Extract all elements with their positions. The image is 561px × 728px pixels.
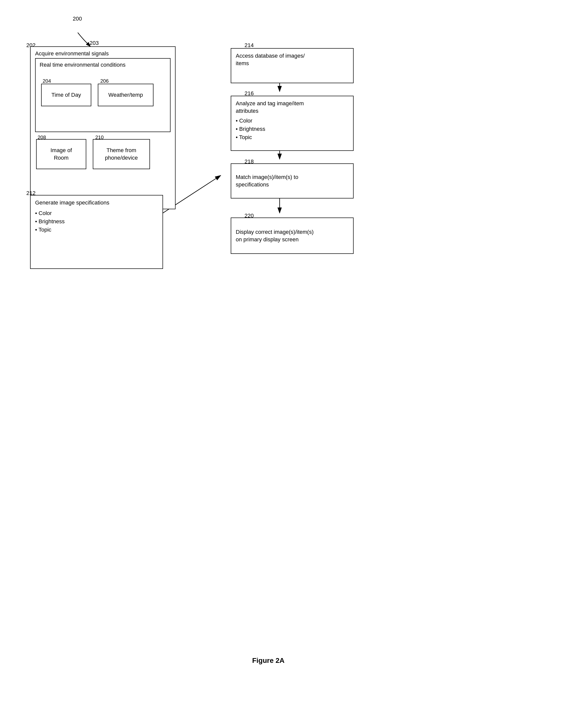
weather-temp-box: Weather/temp — [98, 84, 153, 106]
access-db-label: Access database of images/items — [236, 53, 305, 66]
realtime-box: Real time environmental conditions 204 T… — [35, 58, 170, 132]
generate-specs-box: Generate image specifications Color Brig… — [30, 195, 163, 269]
ref-200: 200 — [73, 16, 82, 22]
realtime-label: Real time environmental conditions — [36, 59, 170, 71]
ref-214: 214 — [244, 42, 254, 49]
acquire-outer-box: Acquire environmental signals 203 Real t… — [30, 46, 175, 209]
figure-caption: Figure 2A — [218, 657, 319, 665]
match-images-label: Match image(s)/item(s) tospecifications — [236, 173, 298, 188]
theme-from-phone-box: Theme fromphone/device — [93, 139, 150, 169]
image-of-room-box: Image ofRoom — [36, 139, 86, 169]
generate-specs-label: Generate image specifications — [35, 199, 158, 206]
analyze-tag-list: Color Brightness Topic — [236, 117, 349, 141]
time-of-day-box: Time of Day — [41, 84, 91, 106]
analyze-tag-label: Analyze and tag image/itemattributes — [236, 100, 349, 115]
ref-203: 203 — [89, 40, 99, 46]
match-images-box: Match image(s)/item(s) tospecifications — [231, 163, 354, 198]
display-correct-label: Display correct image(s)/item(s)on prima… — [236, 228, 314, 243]
analyze-tag-box: Analyze and tag image/itemattributes Col… — [231, 96, 354, 151]
access-db-box: Access database of images/items — [231, 48, 354, 83]
generate-specs-list: Color Brightness Topic — [35, 209, 158, 234]
display-correct-box: Display correct image(s)/item(s)on prima… — [231, 218, 354, 254]
ref-204: 204 — [43, 78, 51, 84]
ref-206: 206 — [100, 78, 109, 84]
